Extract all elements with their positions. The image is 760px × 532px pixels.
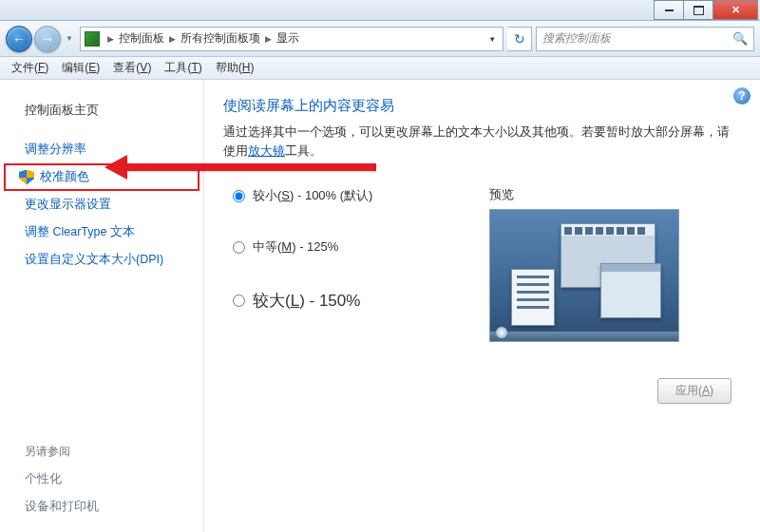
menu-file[interactable]: 文件(F) <box>6 57 54 79</box>
back-button[interactable]: ← <box>6 26 32 52</box>
sidebar-item-custom-dpi[interactable]: 设置自定义文本大小(DPI) <box>0 246 203 274</box>
sidebar-sec-personalization[interactable]: 个性化 <box>0 466 203 493</box>
sidebar-item-display-settings[interactable]: 更改显示器设置 <box>0 191 203 218</box>
shield-icon <box>19 170 34 185</box>
size-options: 较小(S) - 100% (默认) 中等(M) - 125% 较大(L) - 1… <box>223 187 489 346</box>
apply-button[interactable]: 应用(A) <box>657 378 732 404</box>
address-bar[interactable]: ▶ 控制面板 ▶ 所有控制面板项 ▶ 显示 ▾ <box>80 27 504 51</box>
controlpanel-icon <box>85 31 100 47</box>
sidebar-item-resolution[interactable]: 调整分辨率 <box>0 136 203 163</box>
search-placeholder: 搜索控制面板 <box>542 30 611 47</box>
sidebar-home[interactable]: 控制面板主页 <box>0 97 203 124</box>
navbar: ← → ▼ ▶ 控制面板 ▶ 所有控制面板项 ▶ 显示 ▾ ↻ 搜索控制面板 🔍 <box>0 21 760 57</box>
menu-help[interactable]: 帮助(H) <box>210 57 260 79</box>
sidebar-item-cleartype[interactable]: 调整 ClearType 文本 <box>0 218 203 246</box>
radio-large[interactable] <box>233 294 245 307</box>
minimize-button[interactable] <box>654 0 684 20</box>
titlebar <box>0 0 760 21</box>
breadcrumb-item[interactable]: 控制面板 <box>116 30 167 47</box>
arrow-left-icon: ← <box>12 31 26 47</box>
sidebar-sec-devices[interactable]: 设备和打印机 <box>0 493 203 521</box>
option-medium[interactable]: 中等(M) - 125% <box>223 238 489 256</box>
radio-medium[interactable] <box>233 241 245 254</box>
nav-arrows: ← → ▼ <box>6 26 76 52</box>
menubar: 文件(F) 编辑(E) 查看(V) 工具(T) 帮助(H) <box>0 57 760 80</box>
radio-small[interactable] <box>233 190 245 202</box>
page-title: 使阅读屏幕上的内容更容易 <box>223 97 741 115</box>
chevron-right-icon: ▶ <box>263 34 274 44</box>
menu-edit[interactable]: 编辑(E) <box>56 57 105 79</box>
body: 控制面板主页 调整分辨率 校准颜色 更改显示器设置 调整 ClearType 文… <box>0 80 760 532</box>
refresh-icon: ↻ <box>514 31 525 47</box>
see-also-heading: 另请参阅 <box>0 438 203 466</box>
search-icon: 🔍 <box>732 31 748 46</box>
main-content: ? 使阅读屏幕上的内容更容易 通过选择其中一个选项，可以更改屏幕上的文本大小以及… <box>204 80 760 532</box>
preview-label: 预览 <box>489 187 741 203</box>
sidebar-item-label: 校准颜色 <box>40 169 89 185</box>
forward-button[interactable]: → <box>34 26 61 52</box>
page-description: 通过选择其中一个选项，可以更改屏幕上的文本大小以及其他项。若要暂时放大部分屏幕，… <box>223 123 741 161</box>
breadcrumb-item[interactable]: 所有控制面板项 <box>178 30 263 47</box>
search-input[interactable]: 搜索控制面板 🔍 <box>536 27 754 51</box>
address-dropdown-icon[interactable]: ▾ <box>486 34 499 44</box>
preview-image <box>489 209 679 342</box>
refresh-button[interactable]: ↻ <box>507 27 532 51</box>
preview-column: 预览 <box>489 187 741 346</box>
chevron-right-icon: ▶ <box>167 34 178 44</box>
menu-view[interactable]: 查看(V) <box>107 57 157 79</box>
arrow-right-icon: → <box>41 31 54 47</box>
option-small[interactable]: 较小(S) - 100% (默认) <box>223 187 489 204</box>
history-dropdown-icon[interactable]: ▼ <box>63 34 76 43</box>
maximize-button[interactable] <box>683 0 713 20</box>
sidebar-item-calibrate-color[interactable]: 校准颜色 <box>4 163 200 191</box>
breadcrumb-item[interactable]: 显示 <box>274 30 302 47</box>
option-large[interactable]: 较大(L) - 150% <box>223 290 489 312</box>
close-button[interactable] <box>712 0 758 20</box>
magnifier-link[interactable]: 放大镜 <box>248 144 285 158</box>
help-icon[interactable]: ? <box>733 87 750 104</box>
menu-tools[interactable]: 工具(T) <box>159 57 207 79</box>
chevron-right-icon: ▶ <box>105 34 116 44</box>
sidebar: 控制面板主页 调整分辨率 校准颜色 更改显示器设置 调整 ClearType 文… <box>0 80 204 532</box>
